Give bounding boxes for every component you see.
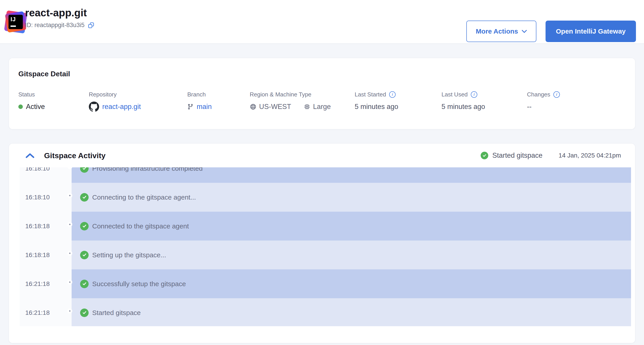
- intellij-logo-text: IJ: [10, 16, 16, 23]
- field-branch: Branch main: [187, 91, 212, 112]
- field-last-used: Last Used i 5 minutes ago: [442, 91, 485, 112]
- success-check-icon: [80, 222, 88, 230]
- activity-status-badge: Started gitspace 14 Jan, 2025 04:21pm: [481, 152, 621, 160]
- activity-time: 16:18:18: [20, 212, 72, 240]
- info-icon[interactable]: i: [389, 91, 396, 98]
- activity-row: 16:18:18 Setting up the gitspace...: [20, 240, 631, 270]
- timeline-dot-icon: [67, 308, 72, 314]
- main-content: Gitspace Detail Status Active Repository…: [0, 44, 644, 343]
- timeline-dot-icon: [67, 193, 72, 198]
- activity-card-title: Gitspace Activity: [44, 151, 106, 160]
- activity-row: 16:21:18 Successfully setup the gitspace: [20, 270, 631, 298]
- region-machine-label: Region & Machine Type: [250, 91, 312, 98]
- success-check-icon: [80, 167, 88, 173]
- last-used-value: 5 minutes ago: [442, 103, 485, 111]
- last-started-value: 5 minutes ago: [355, 103, 398, 111]
- activity-time: 16:18:10: [20, 167, 72, 183]
- last-started-label: Last Started: [355, 91, 386, 98]
- success-check-icon: [481, 152, 488, 159]
- machine-type-value: Large: [313, 103, 331, 111]
- activity-status-text: Started gitspace: [492, 152, 542, 160]
- activity-message: Connected to the gitspace agent: [92, 222, 189, 230]
- field-region-machine: Region & Machine Type US-WEST Large: [250, 91, 331, 112]
- more-actions-label: More Actions: [476, 28, 518, 35]
- region-value: US-WEST: [259, 103, 291, 111]
- branch-link[interactable]: main: [197, 103, 212, 111]
- status-value: Active: [26, 103, 45, 111]
- info-icon[interactable]: i: [471, 91, 477, 98]
- intellij-logo-icon: IJ: [5, 12, 26, 32]
- activity-timestamp: 14 Jan, 2025 04:21pm: [558, 152, 621, 159]
- activity-row: 16:18:10 Provisioning infrastructure com…: [20, 167, 631, 183]
- activity-message: Successfully setup the gitspace: [92, 280, 186, 288]
- activity-row: 16:18:10 Connecting to the gitspace agen…: [20, 183, 631, 212]
- page-title: react-app.git: [25, 7, 94, 19]
- success-check-icon: [80, 308, 88, 317]
- page-header: IJ react-app.git ID: reactappgit-83u3i5 …: [0, 0, 644, 44]
- chevron-down-icon: [522, 30, 527, 33]
- field-repository: Repository react-app.git: [89, 91, 141, 112]
- last-used-label: Last Used: [442, 91, 468, 98]
- detail-card-title: Gitspace Detail: [18, 70, 635, 78]
- activity-message: Provisioning infrastructure completed: [92, 167, 203, 172]
- field-status: Status Active: [18, 91, 45, 112]
- git-branch-icon: [187, 104, 194, 110]
- github-icon: [89, 102, 99, 112]
- changes-label: Changes: [527, 91, 550, 98]
- activity-time: 16:18:18: [20, 240, 72, 270]
- info-icon[interactable]: i: [553, 91, 560, 98]
- field-last-started: Last Started i 5 minutes ago: [355, 91, 398, 112]
- activity-time: 16:21:18: [20, 298, 72, 326]
- activity-row: 16:21:18 Started gitspace: [20, 298, 631, 326]
- repository-label: Repository: [89, 91, 116, 98]
- activity-time: 16:18:10: [20, 183, 72, 212]
- success-check-icon: [80, 280, 88, 288]
- activity-log[interactable]: 16:18:10 Provisioning infrastructure com…: [20, 167, 631, 326]
- branch-label: Branch: [187, 91, 206, 98]
- gitspace-activity-card: Gitspace Activity Started gitspace 14 Ja…: [9, 144, 635, 343]
- success-check-icon: [80, 193, 88, 202]
- open-gateway-button[interactable]: Open IntelliJ Gateway: [546, 20, 636, 42]
- more-actions-button[interactable]: More Actions: [466, 20, 536, 42]
- timeline-dot-icon: [67, 251, 72, 256]
- cpu-icon: [304, 103, 310, 110]
- field-changes: Changes i --: [527, 91, 560, 112]
- timeline-dot-icon: [67, 280, 72, 284]
- status-label: Status: [18, 91, 35, 98]
- activity-time: 16:21:18: [20, 270, 72, 298]
- activity-message: Connecting to the gitspace agent...: [92, 194, 196, 201]
- timeline-dot-icon: [67, 222, 72, 227]
- globe-icon: [250, 103, 256, 110]
- chevron-up-icon[interactable]: [26, 153, 34, 158]
- activity-message: Setting up the gitspace...: [92, 251, 166, 259]
- repository-link[interactable]: react-app.git: [102, 103, 141, 111]
- gitspace-detail-card: Gitspace Detail Status Active Repository…: [9, 58, 635, 129]
- status-dot-icon: [18, 104, 23, 109]
- changes-value: --: [527, 103, 532, 111]
- activity-message: Started gitspace: [92, 309, 141, 316]
- copy-icon[interactable]: [88, 22, 94, 29]
- success-check-icon: [80, 251, 88, 259]
- gitspace-id: ID: reactappgit-83u3i5: [25, 22, 84, 29]
- activity-row: 16:18:18 Connected to the gitspace agent: [20, 212, 631, 240]
